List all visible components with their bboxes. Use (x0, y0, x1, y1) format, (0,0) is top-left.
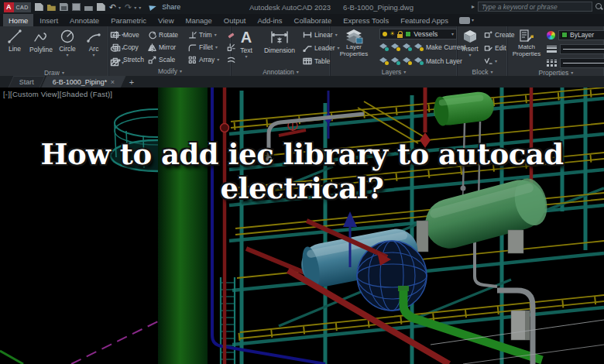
undo-caret-icon[interactable]: ▾ (118, 5, 121, 10)
lineweight-sample (563, 49, 604, 50)
scale-tool[interactable]: Scale (148, 53, 187, 66)
tab-collaborate[interactable]: Collaborate (289, 14, 338, 26)
tab-express-tools[interactable]: Express Tools (338, 14, 394, 26)
file-tab-document[interactable]: 6-B-1000_Piping* × (42, 76, 126, 88)
annotation-panel: A Text ▾ Dimension Linear▾ Leader▾ Table… (232, 26, 331, 76)
redo-icon[interactable]: ↷ (125, 3, 132, 12)
file-tab-start[interactable]: Start (9, 76, 46, 88)
print-icon[interactable] (97, 3, 105, 11)
title-bar: A CAD ↶ ▾ ↷ ▾ ▾ Share Autodesk AutoCAD 2… (0, 0, 604, 14)
layer-state-icon[interactable] (414, 43, 424, 51)
undo-icon[interactable]: ↶ (109, 3, 116, 12)
lineweight-dropdown[interactable]: ByLayer (560, 44, 604, 54)
share-button[interactable]: Share (162, 3, 180, 11)
mirror-icon (148, 43, 156, 52)
layer-state-icon[interactable] (403, 57, 412, 65)
match-layer-row[interactable]: Match Layer (379, 55, 466, 67)
stretch-tool[interactable]: Stretch (112, 53, 146, 66)
linetype-dropdown[interactable]: ByLayer (560, 58, 604, 68)
color-swatch (561, 32, 568, 38)
layer-state-icon[interactable] (379, 43, 389, 51)
circle-tool[interactable]: Circle ▾ (56, 29, 79, 69)
layer-properties-button[interactable]: Layer Properties (334, 29, 374, 67)
open-file-icon[interactable] (47, 3, 56, 11)
array-icon (188, 56, 197, 64)
array-tool[interactable]: Array▾ (188, 53, 225, 66)
share-paper-plane-icon[interactable] (149, 4, 157, 11)
layer-state-icon[interactable] (414, 57, 424, 65)
table-icon (303, 57, 312, 65)
search-input[interactable] (478, 2, 592, 12)
layer-state-icon[interactable] (391, 43, 400, 51)
fillet-icon (188, 43, 197, 52)
layer-state-icon[interactable] (379, 57, 389, 65)
save-icon[interactable] (60, 3, 68, 11)
tab-manage[interactable]: Manage (180, 14, 218, 26)
redo-caret-icon[interactable]: ▾ (134, 5, 136, 10)
circle-caret-icon[interactable]: ▾ (66, 53, 68, 57)
match-properties-button[interactable]: Match Properties (511, 29, 542, 69)
block-panel-caret-icon: ▾ (490, 70, 492, 74)
search-expand-icon[interactable]: ▸ (472, 3, 475, 10)
layer-properties-icon (345, 29, 363, 44)
rotate-tool[interactable]: Rotate (148, 29, 187, 41)
properties-panel-footer[interactable]: Properties▾ (508, 69, 604, 77)
save-as-icon[interactable] (72, 3, 81, 11)
tab-parametric[interactable]: Parametric (105, 14, 152, 26)
new-tab-button[interactable]: + (125, 77, 139, 87)
new-file-icon[interactable] (35, 3, 43, 11)
trim-icon (188, 31, 197, 39)
viewport-controls[interactable]: [-][Custom View][Shaded (Fast)] (3, 90, 112, 98)
tab-annotate[interactable]: Annotate (64, 14, 105, 26)
modify-panel-footer[interactable]: Modify▾ (109, 67, 231, 76)
file-tab-bar: Start 6-B-1000_Piping* × + (0, 76, 604, 88)
block-panel-footer[interactable]: Block▾ (458, 67, 507, 76)
tab-insert[interactable]: Insert (34, 14, 63, 26)
fillet-tool[interactable]: Fillet▾ (188, 41, 225, 53)
copy-icon (112, 43, 121, 52)
arc-tool[interactable]: Arc ▾ (82, 29, 105, 69)
tab-output[interactable]: Output (218, 14, 252, 26)
line-tool[interactable]: Line (3, 29, 26, 69)
tab-featured-apps[interactable]: Featured Apps (395, 14, 454, 26)
modify-panel: Move Rotate Trim▾ Copy Mirror Fillet▾ St… (109, 26, 232, 76)
current-layer-name: Vessels (414, 30, 449, 38)
search-icon[interactable] (595, 3, 602, 10)
layer-state-icon[interactable] (403, 43, 412, 51)
drawing-viewport[interactable]: [-][Custom View][Shaded (Fast)] How to a… (0, 88, 604, 364)
match-layer-button[interactable]: Match Layer (426, 57, 462, 65)
trim-tool[interactable]: Trim▾ (188, 29, 225, 41)
tab-view[interactable]: View (153, 14, 179, 26)
ribbon-addon-button[interactable]: ▾ (459, 17, 474, 24)
text-tool[interactable]: A Text ▾ (235, 29, 258, 67)
layer-state-icon[interactable] (391, 57, 400, 65)
polyline-icon (33, 29, 49, 44)
insert-block-button[interactable]: Insert ▾ (460, 29, 480, 67)
layers-panel-footer[interactable]: Layers▾ (331, 67, 457, 76)
create-block-icon (484, 31, 492, 39)
draw-panel-caret-icon: ▾ (62, 70, 64, 75)
dimension-tool[interactable]: Dimension (261, 29, 298, 67)
edit-attributes-icon (484, 57, 492, 65)
ribbon: Line Polyline Circle ▾ Arc ▾ (0, 26, 604, 76)
plot-icon[interactable] (84, 3, 93, 11)
layer-dropdown[interactable]: ☀ Vessels ▾ (379, 29, 457, 39)
lineweight-icon (547, 46, 557, 53)
annotation-panel-footer[interactable]: Annotation▾ (232, 67, 330, 76)
make-current-row[interactable]: Make Current (379, 41, 466, 53)
move-tool[interactable]: Move (112, 29, 146, 41)
autocad-app-menu[interactable]: A CAD (4, 2, 31, 12)
quick-access-customize-icon[interactable]: ▾ (139, 5, 141, 10)
polyline-tool[interactable]: Polyline (29, 29, 53, 69)
tab-home[interactable]: Home (3, 14, 33, 26)
object-color-dropdown[interactable]: ByLayer▾ (558, 30, 604, 40)
mirror-tool[interactable]: Mirror (148, 41, 187, 53)
properties-panel: Match Properties ByLayer▾ ByLayer ByLaye… (508, 26, 604, 76)
text-icon: A (241, 29, 252, 46)
arc-caret-icon[interactable]: ▾ (92, 53, 94, 57)
close-tab-icon[interactable]: × (110, 78, 114, 86)
autocad-logo-a: A (4, 2, 14, 12)
copy-tool[interactable]: Copy (112, 41, 146, 53)
modify-panel-caret-icon: ▾ (180, 69, 182, 74)
tab-add-ins[interactable]: Add-ins (252, 14, 287, 26)
